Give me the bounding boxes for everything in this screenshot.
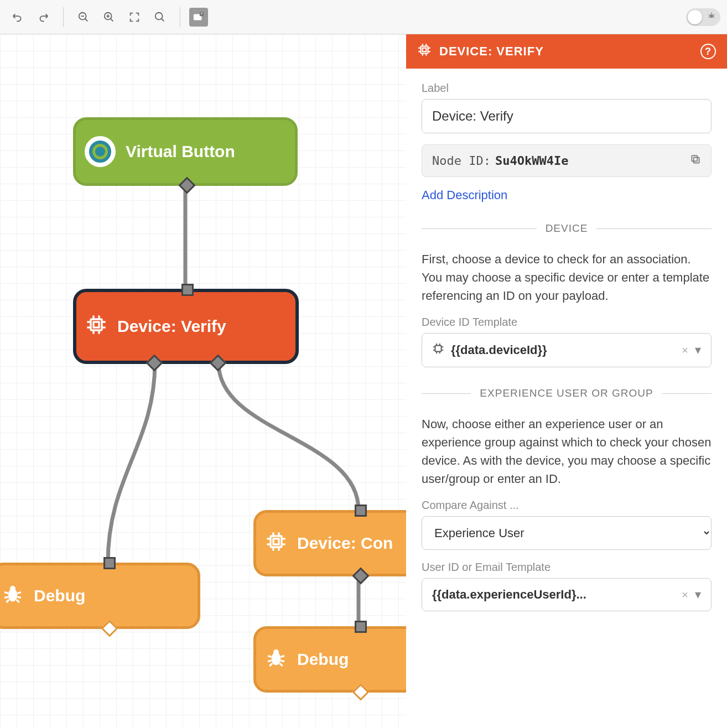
svg-rect-54 bbox=[421, 46, 428, 54]
node-label: Device: Verify bbox=[117, 317, 226, 336]
copy-icon bbox=[690, 154, 701, 165]
svg-point-12 bbox=[710, 14, 714, 18]
undo-icon bbox=[12, 11, 24, 23]
svg-line-17 bbox=[713, 17, 714, 17]
svg-rect-36 bbox=[271, 536, 282, 547]
toolbar-separator bbox=[180, 7, 180, 27]
svg-line-16 bbox=[709, 17, 710, 17]
svg-line-33 bbox=[17, 597, 21, 598]
user-id-select[interactable]: {{data.experienceUserId}... × ▾ bbox=[422, 578, 712, 611]
input-port[interactable] bbox=[355, 621, 367, 633]
undo-button[interactable] bbox=[7, 6, 29, 28]
label-input[interactable] bbox=[422, 99, 712, 133]
output-port[interactable] bbox=[352, 683, 369, 700]
add-description-link[interactable]: Add Description bbox=[422, 188, 507, 202]
chip-icon bbox=[265, 531, 287, 557]
clear-button[interactable]: × bbox=[682, 589, 688, 601]
node-label: Device: Con bbox=[297, 534, 393, 553]
svg-point-7 bbox=[155, 12, 163, 19]
help-button[interactable]: ? bbox=[700, 44, 716, 59]
panel-title: DEVICE: VERIFY bbox=[439, 44, 544, 59]
device-id-value: {{data.deviceId}} bbox=[451, 343, 547, 357]
compare-against-select[interactable]: Experience User bbox=[422, 516, 712, 550]
node-virtual-button[interactable]: Virtual Button bbox=[73, 117, 298, 186]
svg-line-32 bbox=[4, 597, 8, 598]
toolbar: + bbox=[0, 0, 727, 34]
plus-icon: + bbox=[193, 11, 205, 23]
device-help-text: First, choose a device to check for an a… bbox=[422, 250, 712, 305]
zoom-out-button[interactable] bbox=[72, 6, 95, 28]
section-divider-device: DEVICE bbox=[422, 222, 712, 235]
redo-button[interactable] bbox=[32, 6, 54, 28]
node-device-con[interactable]: Device: Con bbox=[253, 510, 406, 576]
svg-rect-55 bbox=[423, 48, 427, 52]
input-port[interactable] bbox=[355, 505, 367, 517]
node-id-label: Node ID: bbox=[432, 154, 491, 168]
svg-line-49 bbox=[281, 656, 284, 657]
node-id-box: Node ID: Su4OkWW4Ie bbox=[422, 144, 712, 177]
output-port[interactable] bbox=[352, 567, 369, 584]
output-port[interactable] bbox=[101, 620, 118, 637]
svg-line-31 bbox=[17, 592, 21, 593]
panel-header: DEVICE: VERIFY ? bbox=[406, 34, 727, 69]
svg-line-34 bbox=[6, 600, 9, 602]
svg-line-53 bbox=[280, 663, 283, 666]
device-id-select[interactable]: {{data.deviceId}} × ▾ bbox=[422, 333, 712, 367]
workflow-canvas[interactable]: Virtual Button Device: Verify Debug bbox=[0, 34, 406, 728]
output-port-false[interactable] bbox=[146, 354, 163, 371]
device-id-label: Device ID Template bbox=[422, 316, 712, 329]
output-port-true[interactable] bbox=[209, 354, 226, 371]
search-icon bbox=[154, 11, 166, 23]
zoom-in-button[interactable] bbox=[98, 6, 120, 28]
fullscreen-button[interactable] bbox=[123, 6, 146, 28]
svg-rect-64 bbox=[694, 158, 699, 163]
svg-rect-18 bbox=[91, 319, 102, 330]
input-port[interactable] bbox=[181, 284, 194, 296]
debug-toggle[interactable] bbox=[686, 8, 720, 26]
clear-button[interactable]: × bbox=[682, 344, 688, 357]
toggle-knob bbox=[688, 10, 702, 24]
chip-icon bbox=[85, 314, 107, 340]
section-title: DEVICE bbox=[546, 222, 588, 235]
add-node-button[interactable]: + bbox=[189, 8, 208, 27]
node-device-verify[interactable]: Device: Verify bbox=[73, 289, 299, 364]
svg-line-30 bbox=[4, 592, 8, 593]
zoom-reset-button[interactable] bbox=[149, 6, 171, 28]
output-port[interactable] bbox=[178, 176, 195, 194]
properties-panel: DEVICE: VERIFY ? Label Node ID: Su4OkWW4… bbox=[406, 34, 727, 728]
label-field-label: Label bbox=[422, 82, 712, 95]
redo-icon bbox=[37, 11, 49, 23]
chip-icon bbox=[432, 342, 444, 358]
svg-line-8 bbox=[162, 18, 164, 21]
svg-line-6 bbox=[111, 18, 113, 21]
svg-rect-19 bbox=[94, 322, 99, 327]
zoom-out-icon bbox=[77, 11, 90, 23]
section-divider-experience: EXPERIENCE USER OR GROUP bbox=[422, 387, 712, 399]
svg-line-52 bbox=[269, 663, 272, 666]
svg-line-14 bbox=[709, 14, 710, 15]
svg-rect-37 bbox=[273, 539, 279, 544]
node-debug[interactable]: Debug bbox=[253, 626, 406, 693]
svg-rect-65 bbox=[692, 155, 697, 161]
experience-help-text: Now, choose either an experience user or… bbox=[422, 415, 712, 488]
virtual-button-icon bbox=[85, 136, 116, 167]
bug-icon bbox=[265, 647, 287, 673]
node-label: Virtual Button bbox=[126, 142, 235, 161]
node-label: Debug bbox=[297, 650, 349, 669]
caret-down-icon: ▾ bbox=[695, 587, 701, 602]
section-title: EXPERIENCE USER OR GROUP bbox=[480, 387, 653, 399]
svg-line-35 bbox=[17, 600, 19, 602]
compare-against-label: Compare Against ... bbox=[422, 499, 712, 512]
bug-icon bbox=[2, 583, 24, 609]
node-debug[interactable]: Debug bbox=[0, 563, 200, 629]
svg-line-51 bbox=[281, 661, 284, 662]
toolbar-separator bbox=[63, 7, 64, 27]
input-port[interactable] bbox=[103, 557, 116, 569]
copy-button[interactable] bbox=[690, 154, 701, 168]
node-label: Debug bbox=[34, 586, 85, 605]
expand-icon bbox=[128, 11, 141, 23]
user-id-value: {{data.experienceUserId}... bbox=[432, 587, 586, 602]
svg-line-15 bbox=[713, 14, 714, 15]
svg-line-48 bbox=[268, 656, 272, 657]
svg-rect-66 bbox=[435, 346, 442, 352]
